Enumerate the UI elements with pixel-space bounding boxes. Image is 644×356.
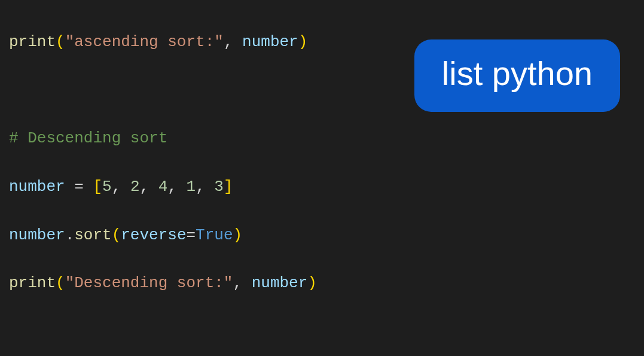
number-literal: 4 xyxy=(158,178,168,196)
var-number: number xyxy=(252,274,308,292)
var-number: number xyxy=(9,178,65,196)
paren-close: ) xyxy=(233,226,243,244)
kwarg-reverse: reverse xyxy=(121,226,186,244)
method-sort: sort xyxy=(74,226,111,244)
number-literal: 2 xyxy=(130,178,140,196)
code-blank-line xyxy=(9,320,635,343)
paren-open: ( xyxy=(56,33,65,51)
comma: , xyxy=(167,178,186,196)
title-badge: list python xyxy=(414,39,620,112)
comma: , xyxy=(196,178,214,196)
string-literal: "ascending sort:" xyxy=(65,33,224,51)
number-literal: 3 xyxy=(214,178,224,196)
const-true: True xyxy=(196,226,233,244)
code-line: print("Descending sort:", number) xyxy=(9,271,635,295)
bracket-open: [ xyxy=(93,178,102,196)
comment: # Descending sort xyxy=(9,129,167,147)
badge-text: list python xyxy=(442,54,593,92)
code-line: number = [5, 2, 4, 1, 3] xyxy=(9,175,635,199)
number-literal: 5 xyxy=(102,178,112,196)
paren-open: ( xyxy=(56,274,65,292)
fn-print: print xyxy=(9,274,56,292)
op-eq: = xyxy=(65,178,93,196)
number-literal: 1 xyxy=(187,178,196,196)
paren-open: ( xyxy=(112,226,121,244)
paren-close: ) xyxy=(307,274,317,292)
comma: , xyxy=(233,274,251,292)
comma: , xyxy=(139,178,158,196)
comma: , xyxy=(224,33,242,51)
fn-print: print xyxy=(9,33,56,51)
paren-close: ) xyxy=(298,33,308,51)
bracket-close: ] xyxy=(224,178,233,196)
var-number: number xyxy=(9,226,65,244)
comma: , xyxy=(112,178,130,196)
op-eq: = xyxy=(186,226,196,244)
var-number: number xyxy=(242,33,298,51)
code-line: # Descending sort xyxy=(9,126,635,150)
code-line: number.sort(reverse=True) xyxy=(9,223,635,247)
string-literal: "Descending sort:" xyxy=(65,274,233,292)
dot: . xyxy=(65,226,75,244)
